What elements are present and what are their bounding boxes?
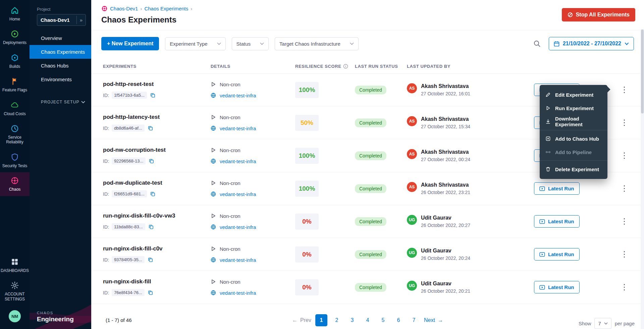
experiment-name-link[interactable]: pod-http-latency-test [103,114,211,121]
page-button[interactable]: 6 [392,314,405,326]
sidebar-item-builds[interactable]: Builds [0,49,30,73]
project-nav-item[interactable]: Chaos Experiments [30,45,91,59]
infrastructure-link[interactable]: vedant-test-infra [220,93,256,98]
context-menu-item-download[interactable]: Download Experiment [540,115,607,128]
copy-id-button[interactable] [147,125,154,131]
infrastructure-link[interactable]: vedant-test-infra [220,191,256,197]
latest-run-button[interactable]: Latest Run [534,248,580,261]
status-badge: Completed [355,86,386,94]
infrastructure-link[interactable]: vedant-test-infra [220,290,256,296]
project-name-input[interactable] [37,14,76,26]
sidebar-item-cloud-costs[interactable]: Cloud Costs [0,97,30,120]
copy-id-button[interactable] [150,191,156,197]
kebab-menu-icon[interactable]: ⋮ [618,85,631,95]
page-size-select[interactable]: 7 [594,318,611,329]
copy-id-button[interactable] [148,224,154,230]
cron-play-icon [211,82,216,87]
project-expand-icon[interactable]: » [76,16,86,24]
prev-page-button[interactable]: ← Prev [292,317,311,323]
project-selector: » [37,14,86,26]
copy-id-button[interactable] [147,289,154,296]
experiment-name-link[interactable]: run-nginx-disk-fill-c0v [103,245,211,252]
kebab-menu-icon[interactable]: ⋮ [618,117,631,128]
id-label: ID: [103,290,109,295]
scrollbar[interactable] [641,29,644,329]
infrastructure-link[interactable]: vedant-test-infra [220,126,256,131]
updated-by-name: Udit Gaurav [421,281,470,287]
sidebar-item-security-tests[interactable]: Security Tests [0,149,30,172]
info-icon[interactable] [343,64,348,69]
experiment-name-link[interactable]: run-nginx-disk-fill [103,278,211,285]
latest-run-button[interactable]: Latest Run [534,281,580,293]
infrastructure-link[interactable]: vedant-test-infra [220,224,256,230]
user-avatar[interactable]: NM [9,310,21,322]
copy-id-button[interactable] [150,92,156,98]
module-label: ACCOUNT SETTINGS [1,292,29,301]
filter-dropdown[interactable]: Experiment Type [165,37,225,50]
project-nav-item[interactable]: Environments [30,73,91,86]
cron-play-icon [211,114,216,120]
experiment-name-link[interactable]: pod-nw-corruption-test [103,147,211,153]
sidebar-item-service-reliability[interactable]: Service Reliability [0,120,30,149]
latest-run-button[interactable]: Latest Run [534,215,580,228]
status-badge: Completed [355,250,386,259]
schedule-type: Non-cron [220,246,240,252]
project-nav-item[interactable]: Chaos Hubs [30,59,91,73]
page-button[interactable]: 5 [377,314,389,326]
infrastructure-link[interactable]: vedant-test-infra [220,158,256,164]
experiment-name-link[interactable]: pod-http-reset-test [103,81,211,88]
sidebar-item-dashboards[interactable]: DASHBOARDS [0,253,30,277]
cron-play-icon [211,246,216,251]
breadcrumb-project-link[interactable]: Chaos-Dev1 [110,6,138,11]
copy-id-button[interactable] [148,158,155,164]
status-badge: Completed [355,151,386,160]
kebab-menu-icon[interactable]: ⋮ [618,249,631,260]
module-sidebar: Home Deployments Builds Feature Flags Cl… [0,0,30,329]
scrollbar-thumb[interactable] [641,30,644,113]
search-button[interactable] [531,38,543,49]
page-button[interactable]: 4 [362,314,374,326]
experiment-row: run-nginx-disk-fill-c0v-vw3 ID: 11bda88c… [91,205,644,238]
page-button[interactable]: 7 [408,314,420,326]
sidebar-item-home[interactable]: Home [0,2,30,26]
copy-id-button[interactable] [147,256,154,263]
context-menu-item-chaos-hub[interactable]: Add to Chaos Hub [540,132,607,145]
module-label: Security Tests [2,163,27,168]
filter-dropdown[interactable]: Target Chaos Infrastructure [275,37,359,50]
stop-all-experiments-button[interactable]: Stop All Experiments [562,8,635,21]
context-menu-item-run[interactable]: Run Experiment [540,101,607,115]
page-button[interactable]: 3 [346,314,358,326]
sidebar-item-chaos[interactable]: Chaos [0,172,30,196]
new-experiment-button[interactable]: + New Experiment [101,37,159,50]
updated-date: 27 October 2022, 00:24 [421,157,470,162]
table-header: EXPERIMENTS DETAILS RESILIENCE SCORE LAS… [91,57,644,74]
breadcrumb-experiments-link[interactable]: Chaos Experiments [144,6,188,11]
date-range-picker[interactable]: 21/10/2022 - 27/10/2022 [549,37,634,50]
infrastructure-globe-icon [211,224,216,230]
page-button[interactable]: 2 [331,314,343,326]
next-page-button[interactable]: Next → [424,317,443,323]
sidebar-item-deployments[interactable]: Deployments [0,26,30,49]
project-nav-item[interactable]: Overview [30,31,91,45]
chevron-down-icon [604,322,608,325]
kebab-menu-icon[interactable]: ⋮ [618,150,631,161]
kebab-menu-icon[interactable]: ⋮ [618,183,631,194]
sidebar-item-account-settings[interactable]: ACCOUNT SETTINGS [0,277,30,306]
page-title: Chaos Experiments [101,15,635,25]
context-menu-item-pipeline[interactable]: Add to Pipeline [540,145,607,159]
context-menu-item-edit[interactable]: Edit Experiment [540,88,607,101]
avatar: UG [407,215,417,225]
experiment-name-link[interactable]: pod-nw-duplicate-test [103,180,211,186]
kebab-menu-icon[interactable]: ⋮ [618,282,631,292]
infrastructure-link[interactable]: vedant-test-infra [220,257,256,263]
kebab-menu-icon[interactable]: ⋮ [618,216,631,227]
filter-dropdown[interactable]: Status [232,37,269,50]
experiment-name-link[interactable]: run-nginx-disk-fill-c0v-vw3 [103,213,211,219]
row-context-menu: Edit Experiment Run Experiment Download … [540,85,607,179]
sidebar-item-feature-flags[interactable]: Feature Flags [0,73,30,96]
latest-run-button[interactable]: Latest Run [534,182,580,195]
copy-icon [148,257,153,262]
context-menu-item-delete[interactable]: Delete Experiment [540,162,607,176]
project-setup-toggle[interactable]: PROJECT SETUP [30,96,91,108]
page-button[interactable]: 1 [315,314,327,326]
